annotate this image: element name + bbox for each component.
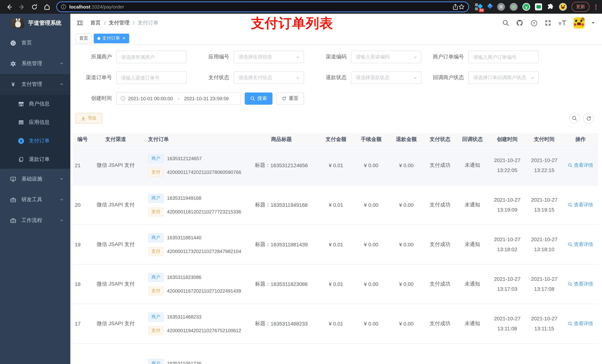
svg-text:?: ? — [533, 21, 535, 25]
sidebar-logo: 芋道管理系统 — [0, 14, 70, 32]
browser-update-button[interactable]: 更新 — [572, 2, 589, 12]
channel-order-no-input[interactable] — [116, 71, 187, 84]
sidebar-item-workflow[interactable]: 工作流程 — [0, 210, 70, 231]
sidebar-item-label: 应用信息 — [29, 119, 50, 126]
refresh-table-button[interactable] — [583, 113, 594, 124]
github-icon[interactable] — [516, 19, 524, 27]
sidebar-item-label: 首页 — [22, 40, 32, 46]
extension-kite-icon[interactable] — [487, 3, 492, 10]
sidebar-item-system[interactable]: 系统管理 — [0, 53, 70, 74]
channel-code-select[interactable]: 请输入渠道编码 — [351, 51, 421, 63]
merchant-order-no-input[interactable] — [468, 51, 539, 63]
view-detail-link[interactable]: 查看详情 — [568, 320, 593, 327]
export-button[interactable]: 导出 — [75, 113, 102, 124]
reset-button[interactable]: 重置 — [276, 92, 304, 104]
avatar-caret-icon[interactable] — [592, 22, 595, 25]
chevron-down-icon — [296, 76, 300, 80]
search-icon[interactable] — [502, 20, 509, 26]
site-info-icon[interactable] — [61, 4, 66, 10]
back-icon[interactable] — [6, 3, 13, 10]
view-detail-link[interactable]: 查看详情 — [568, 241, 593, 248]
breadcrumb-current: 支付订单 — [138, 20, 159, 26]
sidebar-item-dev-tools[interactable]: 研发工具 — [0, 189, 70, 210]
view-detail-link[interactable]: 查看详情 — [568, 202, 593, 208]
bookmark-star-icon[interactable] — [458, 4, 465, 10]
tab-label: 首页 — [79, 35, 88, 42]
extension-tasks-icon[interactable]: 10 — [475, 3, 483, 10]
shop-icon — [18, 101, 24, 107]
chevron-down-icon — [60, 197, 64, 203]
refund-status-select[interactable]: 请选择退款状态 — [351, 71, 421, 84]
magnifier-icon — [568, 242, 572, 247]
extension-y-icon[interactable]: y — [522, 3, 530, 11]
logo-avatar — [12, 18, 24, 28]
view-detail-link[interactable]: 查看详情 — [568, 162, 593, 169]
field-label: 创建时间 — [75, 95, 116, 102]
show-search-button[interactable] — [569, 113, 580, 124]
field-label: 商户订单编号 — [428, 54, 468, 60]
view-detail-link[interactable]: 查看详情 — [568, 281, 593, 287]
sidebar-item-label: 研发工具 — [22, 197, 42, 203]
breadcrumb-pay-manage[interactable]: 支付管理 — [109, 20, 129, 26]
extensions-puzzle-icon[interactable] — [547, 3, 554, 10]
table-header: 编号 支付渠道 支付订单 商品标题 支付金额 手续金额 退款金额 支付状态 回调… — [73, 133, 598, 146]
help-icon[interactable]: ? — [531, 20, 538, 26]
breadcrumb-home[interactable]: 首页 — [90, 20, 101, 26]
screen: localhost:1024/pay/order 10 ⌘ y 更新 — [0, 0, 602, 364]
grid-icon — [18, 119, 24, 125]
tab-home[interactable]: 首页 — [75, 33, 92, 43]
extension-recorder-icon[interactable] — [510, 3, 517, 11]
sidebar-item-payment[interactable]: ¥ 支付管理 — [0, 74, 70, 95]
table-row: 17 微信 JSAPI 支付 商户1635311468233 支付4200001… — [73, 304, 598, 344]
merchant-input[interactable] — [116, 51, 187, 63]
pay-tag: 支付 — [148, 326, 164, 335]
user-avatar[interactable] — [573, 17, 585, 29]
field-label: 应用编号 — [193, 54, 234, 60]
url-bar[interactable]: localhost:1024/pay/order — [56, 1, 469, 12]
url-text: localhost:1024/pay/order — [69, 4, 124, 10]
sidebar-item-pay-order[interactable]: ¥ 支付订单 — [0, 132, 70, 150]
extension-chat-icon[interactable] — [535, 3, 542, 10]
date-end: 2021-10-31 23:59:59 — [184, 96, 229, 101]
sidebar-item-home[interactable]: 首页 — [0, 32, 70, 53]
page-annotation: 支付订单列表 — [251, 14, 333, 32]
sidebar-item-merchant-info[interactable]: 商户信息 — [0, 95, 70, 113]
share-icon[interactable] — [452, 4, 458, 10]
create-time-range-picker[interactable]: 2021-10-01 00:00:00 - 2021-10-31 23:59:5… — [116, 92, 241, 105]
browser-menu-icon[interactable] — [594, 4, 598, 10]
sidebar-item-label: 支付管理 — [22, 81, 42, 88]
refresh-icon — [586, 116, 591, 121]
yen-icon: ¥ — [10, 81, 16, 87]
chevron-up-icon — [60, 81, 64, 87]
extension-command-icon[interactable]: ⌘ — [497, 3, 505, 11]
clock-icon — [120, 96, 126, 101]
font-size-icon[interactable] — [558, 20, 567, 26]
forward-icon[interactable] — [19, 3, 25, 10]
breadcrumb-separator: / — [133, 20, 134, 26]
merchant-tag: 商户 — [148, 273, 164, 282]
merchant-tag: 商户 — [148, 233, 164, 242]
search-button[interactable]: 搜索 — [245, 92, 272, 104]
fullscreen-icon[interactable] — [545, 20, 551, 26]
notify-status-select[interactable]: 请选择订单回调商户状态 — [468, 71, 539, 84]
merchant-tag: 商户 — [148, 194, 164, 203]
table-row: 18 微信 JSAPI 支付 商户1635311823086 支付4200001… — [73, 264, 598, 304]
orders-table: 编号 支付渠道 支付订单 商品标题 支付金额 手续金额 退款金额 支付状态 回调… — [73, 133, 598, 364]
field-label: 渠道订单号 — [75, 74, 116, 81]
tab-close-icon[interactable]: ✕ — [122, 36, 126, 40]
collapse-sidebar-icon[interactable] — [70, 19, 84, 27]
extension-emoji-icon[interactable] — [559, 3, 567, 11]
tab-pay-order[interactable]: 支付订单 ✕ — [94, 33, 129, 43]
field-label: 所属商户 — [75, 54, 116, 60]
table-toolbar: 导出 — [70, 113, 602, 124]
pay-status-select[interactable]: 请选择支付状态 — [234, 71, 304, 84]
sidebar-item-refund-order[interactable]: 退款订单 — [0, 150, 70, 169]
home-icon[interactable] — [44, 3, 50, 10]
filter-form: 所属商户 应用编号 请选择应用信息 渠道编码 请输入渠道编码 — [70, 45, 602, 105]
app-select[interactable]: 请选择应用信息 — [234, 51, 304, 63]
magnifier-icon — [568, 282, 572, 286]
sidebar-item-app-info[interactable]: 应用信息 — [0, 113, 70, 132]
briefcase-icon — [10, 217, 16, 224]
sidebar-item-infra[interactable]: 基础设施 — [0, 169, 70, 189]
reload-icon[interactable] — [31, 3, 38, 10]
